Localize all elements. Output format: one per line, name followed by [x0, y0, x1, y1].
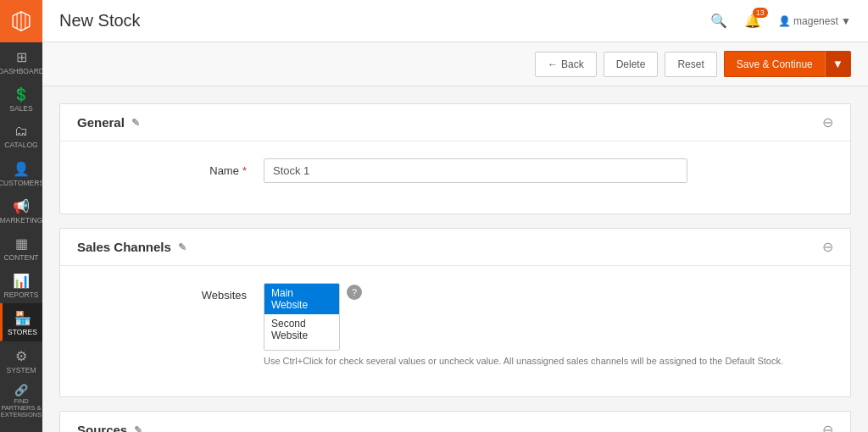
- help-icon[interactable]: ?: [347, 285, 362, 300]
- header-actions: 🔍 🔔 13 👤 magenest ▼: [710, 13, 851, 29]
- sidebar-item-label: CONTENT: [3, 253, 38, 262]
- sidebar-item-label: REPORTS: [4, 291, 39, 299]
- page-title: New Stock: [59, 11, 710, 30]
- general-edit-icon[interactable]: ✎: [131, 117, 140, 129]
- websites-list[interactable]: Main Website Second Website: [264, 283, 340, 351]
- name-input-wrapper: [264, 158, 687, 183]
- sales-icon: 💲: [13, 86, 30, 102]
- sidebar-item-label: CATALOG: [4, 141, 37, 149]
- websites-hint: Use Ctrl+Click for check several values …: [264, 356, 783, 366]
- sales-channels-collapse-icon[interactable]: ⊖: [822, 239, 833, 255]
- back-button[interactable]: ← Back: [535, 52, 597, 77]
- catalog-icon: 🗂: [14, 124, 28, 139]
- stores-icon: 🏪: [14, 310, 31, 326]
- sidebar-item-label: CUSTOMERS: [0, 179, 44, 187]
- website-option-main[interactable]: Main Website: [264, 284, 339, 314]
- sidebar-item-customers[interactable]: 👤 CUSTOMERS: [0, 154, 42, 191]
- sources-collapse-icon[interactable]: ⊖: [822, 422, 833, 432]
- sidebar-item-label: SYSTEM: [7, 366, 36, 374]
- sidebar-item-label: FIND PARTNERS & EXTENSIONS: [1, 398, 42, 419]
- sidebar-item-marketing[interactable]: 📢 MARKETING: [0, 191, 42, 229]
- delete-button[interactable]: Delete: [604, 52, 659, 77]
- sales-channels-section-title: Sales Channels ✎: [77, 240, 186, 254]
- sidebar-item-label: DASHBOARD: [0, 67, 44, 75]
- sidebar-item-stores[interactable]: 🏪 STORES: [0, 303, 42, 341]
- sidebar-item-sales[interactable]: 💲 SALES: [0, 80, 42, 117]
- sidebar-item-label: SALES: [9, 104, 32, 113]
- page-header: New Stock 🔍 🔔 13 👤 magenest ▼: [42, 0, 868, 42]
- name-input[interactable]: [264, 158, 687, 183]
- sidebar-item-label: MARKETING: [0, 216, 42, 224]
- websites-input-wrapper: Main Website Second Website ? Use Ctrl+C…: [264, 283, 783, 366]
- sidebar-item-system[interactable]: ⚙ SYSTEM: [0, 341, 42, 379]
- sales-channels-section-header[interactable]: Sales Channels ✎ ⊖: [60, 229, 850, 266]
- notification-count: 13: [753, 8, 768, 18]
- required-indicator: *: [242, 164, 247, 177]
- partners-icon: 🔗: [14, 384, 28, 396]
- sources-section-title: Sources ✎: [77, 423, 142, 432]
- general-section-body: Name*: [60, 141, 850, 213]
- logo[interactable]: [0, 0, 42, 42]
- websites-label: Websites: [77, 283, 264, 302]
- sales-channels-section-body: Websites Main Website Second Website ? U…: [60, 266, 850, 396]
- general-section-header[interactable]: General ✎ ⊖: [60, 104, 850, 141]
- user-icon: 👤: [778, 15, 793, 27]
- search-icon: 🔍: [710, 14, 727, 28]
- sidebar: ⊞ DASHBOARD 💲 SALES 🗂 CATALOG 👤 CUSTOMER…: [0, 0, 42, 432]
- general-section: General ✎ ⊖ Name*: [59, 103, 851, 214]
- user-menu[interactable]: 👤 magenest ▼: [778, 15, 851, 27]
- content-icon: ▦: [15, 235, 28, 252]
- reset-button[interactable]: Reset: [665, 52, 716, 77]
- sidebar-item-partners[interactable]: 🔗 FIND PARTNERS & EXTENSIONS: [0, 379, 42, 424]
- general-collapse-icon[interactable]: ⊖: [822, 114, 833, 130]
- sales-channels-edit-icon[interactable]: ✎: [178, 241, 186, 253]
- search-button[interactable]: 🔍: [710, 13, 727, 29]
- customers-icon: 👤: [13, 161, 30, 177]
- sidebar-item-catalog[interactable]: 🗂 CATALOG: [0, 117, 42, 153]
- sales-channels-section: Sales Channels ✎ ⊖ Websites Main Website…: [59, 228, 851, 397]
- dashboard-icon: ⊞: [16, 49, 27, 65]
- sidebar-item-reports[interactable]: 📊 REPORTS: [0, 266, 42, 303]
- save-button-group: Save & Continue ▼: [724, 51, 851, 77]
- sidebar-item-label: STORES: [8, 328, 37, 336]
- system-icon: ⚙: [15, 348, 27, 364]
- general-section-title: General ✎: [77, 115, 140, 130]
- main-content: New Stock 🔍 🔔 13 👤 magenest ▼ ← Back Del…: [42, 0, 868, 432]
- sources-section: Sources ✎ ⊖ Assign Sources Assigned Sour…: [59, 411, 851, 432]
- website-option-second[interactable]: Second Website: [264, 314, 339, 345]
- notifications-button[interactable]: 🔔 13: [744, 13, 761, 29]
- reports-icon: 📊: [13, 273, 30, 289]
- websites-wrapper: Main Website Second Website ?: [264, 283, 783, 351]
- sources-edit-icon[interactable]: ✎: [134, 424, 142, 433]
- name-field-row: Name*: [77, 158, 833, 183]
- name-label: Name*: [77, 158, 264, 177]
- toolbar: ← Back Delete Reset Save & Continue ▼: [42, 42, 868, 86]
- sidebar-item-content[interactable]: ▦ CONTENT: [0, 229, 42, 266]
- marketing-icon: 📢: [13, 198, 30, 214]
- save-dropdown-button[interactable]: ▼: [825, 51, 851, 77]
- content-area: General ✎ ⊖ Name* Sales: [42, 86, 868, 432]
- websites-field-row: Websites Main Website Second Website ? U…: [77, 283, 833, 366]
- sources-section-header[interactable]: Sources ✎ ⊖: [60, 412, 850, 432]
- arrow-left-icon: ←: [548, 58, 558, 70]
- sidebar-item-dashboard[interactable]: ⊞ DASHBOARD: [0, 42, 42, 80]
- save-continue-button[interactable]: Save & Continue: [724, 51, 825, 77]
